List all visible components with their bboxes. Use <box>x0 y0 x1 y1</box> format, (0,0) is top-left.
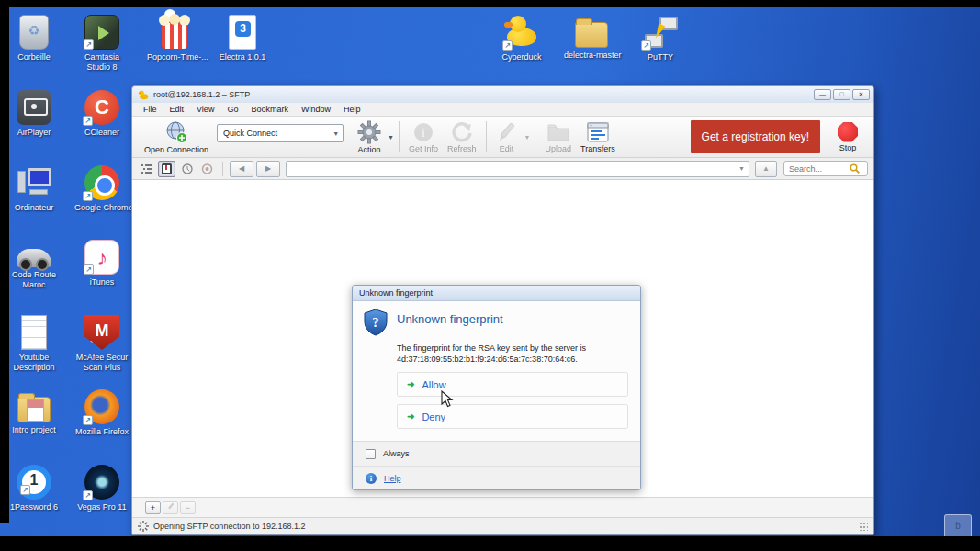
menu-bookmark[interactable]: Bookmark <box>245 105 294 114</box>
desktop-icon-cyberduck[interactable]: ↗ Cyberduck <box>494 15 549 62</box>
bookmark-icon <box>162 163 172 174</box>
add-bookmark-button[interactable]: + <box>145 501 161 514</box>
desktop-icon-delectra-master[interactable]: delectra-master <box>564 15 619 61</box>
help-row: i Help <box>353 466 640 489</box>
maximize-button[interactable]: □ <box>833 89 850 100</box>
electra-document-icon <box>229 15 256 50</box>
desktop-icon-ccleaner[interactable]: ↗ CCleaner <box>74 90 130 138</box>
desktop-icon-vegas[interactable]: ↗ Vegas Pro 11 <box>74 465 130 512</box>
fingerprint-value: 4d:37:18:09:55:b2:b1:f9:24:d6:5a:7c:38:7… <box>397 354 627 365</box>
back-button[interactable]: ◀ <box>230 161 253 177</box>
desktop-icon-putty[interactable]: ↗ PuTTY <box>633 15 688 62</box>
get-info-button: i Get Info <box>404 120 443 154</box>
dialog-titlebar[interactable]: Unknown fingerprint <box>353 286 640 301</box>
fingerprint-text: The fingerprint for the RSA key sent by … <box>397 343 627 365</box>
desktop-icon-youtube-description[interactable]: Youtube Description <box>6 315 62 373</box>
menu-file[interactable]: File <box>138 105 163 114</box>
edit-dropdown-arrow-icon: ▼ <box>524 134 531 141</box>
resize-grip[interactable] <box>859 522 868 531</box>
action-button[interactable]: Action <box>353 119 386 155</box>
activity-spinner-icon <box>138 521 149 532</box>
menu-help[interactable]: Help <box>338 105 366 114</box>
desktop-icon-itunes[interactable]: ↗ iTunes <box>74 240 130 287</box>
search-input[interactable] <box>789 164 850 174</box>
shortcut-arrow-icon: ↗ <box>502 40 513 51</box>
deny-button[interactable]: ➜ Deny <box>397 404 628 429</box>
desktop-icon-popcorn-time[interactable]: Popcorn-Time-... <box>147 15 202 62</box>
chevron-down-icon: ▼ <box>332 130 339 137</box>
menu-window[interactable]: Window <box>296 105 336 114</box>
project-folder-icon <box>17 397 51 422</box>
allow-button[interactable]: ➜ Allow <box>397 372 628 397</box>
outline-view-button[interactable] <box>138 161 155 177</box>
desktop-icon-airplayer[interactable]: AirPlayer <box>6 90 62 138</box>
desktop-icon-1password[interactable]: ↗ 1Password 6 <box>6 465 62 512</box>
menu-go[interactable]: Go <box>221 105 243 114</box>
bonjour-button[interactable] <box>198 161 216 177</box>
svg-text:i: i <box>422 126 425 140</box>
up-arrow-icon: ▲ <box>762 164 770 173</box>
recycle-bin-icon <box>19 15 49 50</box>
forward-button[interactable]: ▶ <box>256 161 280 177</box>
help-link[interactable]: Help <box>384 474 401 483</box>
bonjour-icon <box>201 163 213 174</box>
desktop-icon-code-route-maroc[interactable]: Code Route Maroc <box>6 240 62 290</box>
status-bar: Opening SFTP connection to 192.168.1.2 <box>132 517 873 534</box>
status-text: Opening SFTP connection to 192.168.1.2 <box>153 522 305 531</box>
action-dropdown-arrow-icon[interactable]: ▼ <box>388 134 394 141</box>
desktop-icon-ordinateur[interactable]: Ordinateur <box>6 165 62 213</box>
chrome-icon: ↗ <box>84 165 119 200</box>
search-icon <box>850 163 860 174</box>
desktop-partial-icon[interactable]: b <box>944 514 972 538</box>
ccleaner-icon: ↗ <box>84 90 119 125</box>
refresh-icon <box>451 121 473 143</box>
dialog-body: ? Unknown fingerprint The fingerprint fo… <box>353 301 640 441</box>
always-row: Always <box>353 442 640 466</box>
mouse-cursor-icon <box>441 390 454 409</box>
desktop-icon-firefox[interactable]: ↗ Mozilla Firefox <box>74 389 130 437</box>
desktop-icon-intro-project[interactable]: Intro project <box>6 389 62 435</box>
green-arrow-icon: ➜ <box>407 379 414 389</box>
svg-text:?: ? <box>372 315 379 330</box>
text-document-icon <box>21 315 47 350</box>
desktop-icon-corbeille[interactable]: Corbeille <box>6 15 62 62</box>
shortcut-arrow-icon: ↗ <box>20 485 30 495</box>
cyberduck-app-icon <box>138 89 149 100</box>
cyberduck-window: root@192.168.1.2 – SFTP — □ ✕ File Edit … <box>131 85 874 535</box>
menu-edit[interactable]: Edit <box>164 105 190 114</box>
registration-key-button[interactable]: Get a registration key! <box>691 120 820 153</box>
edit-button: Edit <box>491 120 523 154</box>
desktop-icon-mcafee[interactable]: ↗ McAfee Secur Scan Plus <box>74 315 130 373</box>
edit-bookmark-button <box>163 501 178 514</box>
info-icon: i <box>412 121 434 143</box>
folder-icon <box>575 22 608 48</box>
letterbox-top <box>0 0 980 7</box>
history-button[interactable] <box>178 161 196 177</box>
close-button[interactable]: ✕ <box>852 89 870 100</box>
quick-connect-combobox[interactable]: Quick Connect ▼ <box>217 124 344 142</box>
transfers-button[interactable]: Transfers <box>576 120 620 154</box>
open-connection-button[interactable]: Open Connection <box>140 119 213 155</box>
window-titlebar[interactable]: root@192.168.1.2 – SFTP — □ ✕ <box>132 86 873 103</box>
upload-folder-icon <box>546 121 570 143</box>
bookmarks-toggle-button[interactable] <box>158 161 175 177</box>
minimize-button[interactable]: — <box>814 89 831 100</box>
always-checkbox[interactable] <box>366 449 376 459</box>
main-toolbar: Open Connection Quick Connect ▼ <box>132 117 873 158</box>
airplayer-icon <box>17 90 51 125</box>
shortcut-arrow-icon: ↗ <box>84 39 94 50</box>
parent-directory-button[interactable]: ▲ <box>755 161 777 177</box>
desktop-icon-camtasia[interactable]: ↗ Camtasia Studio 8 <box>74 15 130 73</box>
browser-content-area: Unknown fingerprint ? Unknown fingerprin… <box>132 180 873 497</box>
computer-icon <box>17 165 51 200</box>
menu-view[interactable]: View <box>191 105 220 114</box>
camtasia-icon: ↗ <box>84 15 119 50</box>
desktop-icon-chrome[interactable]: ↗ Google Chrome <box>74 165 130 213</box>
window-title: root@192.168.1.2 – SFTP <box>153 90 250 99</box>
desktop-icon-electra[interactable]: Electra 1.0.1 <box>215 15 270 62</box>
path-combobox[interactable]: ▼ <box>286 161 749 177</box>
1password-icon: ↗ <box>17 465 51 500</box>
upload-button: Upload <box>540 120 576 154</box>
stop-button[interactable]: Stop <box>833 121 862 153</box>
search-field[interactable] <box>783 161 868 176</box>
